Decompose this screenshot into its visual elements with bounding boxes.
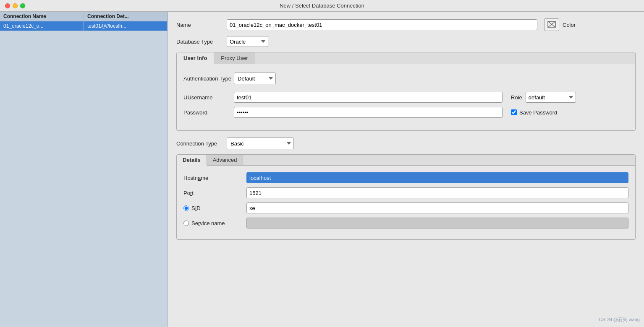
hostname-label: Hostname — [183, 175, 246, 181]
right-panel: Name Color Database Type Oracle MySQL P — [168, 12, 644, 327]
service-name-input[interactable] — [246, 218, 628, 228]
username-input[interactable] — [234, 92, 503, 103]
tab-advanced[interactable]: Advanced — [207, 155, 243, 165]
color-picker-icon — [547, 21, 556, 29]
sid-row: SID — [183, 202, 628, 213]
save-password-area: Save Password — [511, 109, 557, 116]
password-row: Password Save Password — [183, 107, 628, 118]
service-name-radio[interactable] — [183, 221, 189, 226]
connection-name-cell: 01_oracle12c_o... — [0, 21, 84, 31]
port-input[interactable] — [246, 187, 628, 198]
sid-label: SID — [191, 205, 201, 211]
main-container: Connection Name Connection Det... 01_ora… — [0, 12, 644, 327]
auth-type-label: Authentication Type — [183, 75, 234, 82]
color-icon-button[interactable] — [544, 18, 559, 31]
connection-type-row: Connection Type Basic TNS Advanced — [176, 138, 636, 149]
tab-details[interactable]: Details — [177, 155, 207, 166]
service-name-label: Service name — [191, 220, 225, 226]
name-label: Name — [176, 22, 227, 28]
col1-header: Connection Name — [0, 12, 84, 21]
connection-row[interactable]: 01_oracle12c_o... test01@//localh... — [0, 21, 168, 31]
minimize-button[interactable] — [13, 3, 18, 8]
traffic-lights — [5, 3, 25, 8]
sidebar: Connection Name Connection Det... 01_ora… — [0, 12, 168, 327]
auth-type-select[interactable]: Default OS Kerberos — [234, 73, 276, 84]
role-label: Role — [511, 94, 522, 101]
database-type-label: Database Type — [176, 39, 227, 45]
service-name-row: Service name — [183, 218, 628, 228]
hostname-row: Hostname — [183, 172, 628, 183]
color-area: Color — [544, 18, 576, 31]
user-tabs-header: User Info Proxy User — [177, 52, 635, 64]
close-button[interactable] — [5, 3, 10, 8]
password-input[interactable] — [234, 107, 503, 118]
color-label: Color — [563, 22, 576, 28]
tab-user-info[interactable]: User Info — [177, 52, 214, 64]
watermark: CSDN @石头-wang — [599, 317, 640, 323]
database-type-row: Database Type Oracle MySQL PostgreSQL SQ… — [176, 36, 636, 47]
tab-proxy-user[interactable]: Proxy User — [214, 52, 255, 64]
connection-detail-cell: test01@//localh... — [84, 21, 168, 31]
details-tabs-container: Details Advanced Hostname Port — [176, 154, 636, 240]
user-tabs-container: User Info Proxy User Authentication Type… — [176, 52, 636, 131]
window-title: New / Select Database Connection — [280, 3, 364, 9]
user-tabs-content: Authentication Type Default OS Kerberos … — [177, 64, 635, 130]
sub-tabs-content: Hostname Port SID — [177, 166, 635, 239]
username-row: UUsername Role default SYSDBA SYSOPER — [183, 92, 628, 103]
sid-radio-area: SID — [183, 205, 246, 211]
port-label: Port — [183, 190, 246, 196]
service-name-radio-area: Service name — [183, 220, 246, 226]
sub-tabs-header: Details Advanced — [177, 155, 635, 166]
username-label: UUsername — [183, 94, 234, 101]
save-password-checkbox[interactable] — [511, 109, 517, 115]
name-input[interactable] — [227, 19, 537, 30]
role-area: Role default SYSDBA SYSOPER — [511, 92, 576, 103]
connection-type-select[interactable]: Basic TNS Advanced — [227, 138, 294, 149]
connection-type-label: Connection Type — [176, 140, 227, 147]
sidebar-header: Connection Name Connection Det... — [0, 12, 168, 21]
password-label: Password — [183, 109, 234, 116]
hostname-input[interactable] — [246, 172, 628, 183]
auth-type-row: Authentication Type Default OS Kerberos — [183, 73, 628, 84]
save-password-label: Save Password — [519, 109, 557, 116]
maximize-button[interactable] — [20, 3, 25, 8]
port-row: Port — [183, 187, 628, 198]
database-type-select[interactable]: Oracle MySQL PostgreSQL SQLite SQL Serve… — [227, 36, 268, 47]
role-select[interactable]: default SYSDBA SYSOPER — [526, 92, 576, 103]
col2-header: Connection Det... — [84, 12, 168, 21]
sid-input[interactable] — [246, 202, 628, 213]
name-row: Name Color — [176, 18, 636, 31]
sid-radio[interactable] — [183, 205, 189, 211]
title-bar: New / Select Database Connection — [0, 0, 644, 12]
